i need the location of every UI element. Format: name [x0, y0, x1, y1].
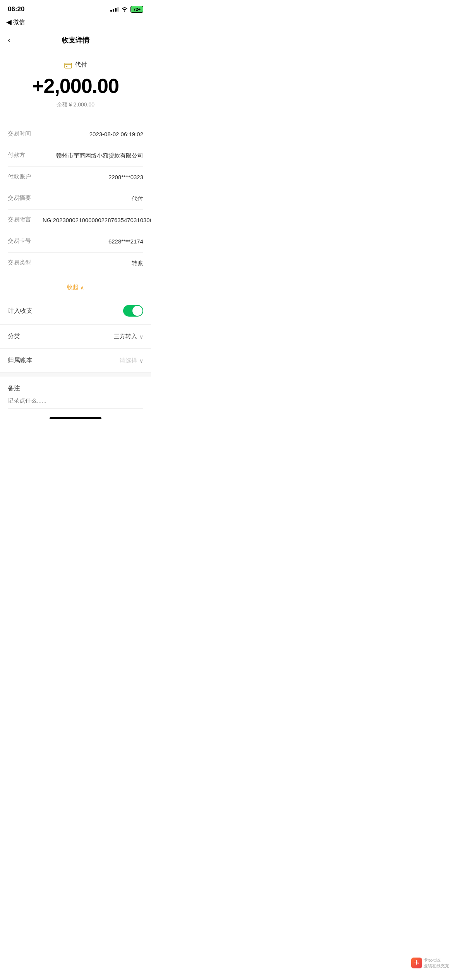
detail-value-payer: 赣州市宇商网络小额贷款有限公司	[39, 151, 143, 160]
collapse-arrow-icon: ∧	[80, 284, 84, 291]
page-title: 收支详情	[62, 36, 89, 45]
include-income-row: 计入收支	[0, 297, 151, 325]
detail-row-note: 交易附言 NG|20230802100000022876354703103060	[0, 210, 151, 231]
transaction-type-label: 代付	[75, 61, 87, 69]
collapse-button[interactable]: 收起 ∧	[0, 278, 151, 297]
account-row[interactable]: 归属账本 请选择 ∨	[0, 349, 151, 373]
transaction-type: 代付	[64, 60, 87, 70]
details-section: 交易时间 2023-08-02 06:19:02 付款方 赣州市宇商网络小额贷款…	[0, 120, 151, 278]
amount-value: +2,000.00	[32, 74, 119, 98]
signal-icon	[110, 7, 119, 12]
home-bar	[50, 417, 101, 419]
wechat-back-button[interactable]: ◀ 微信	[6, 18, 25, 26]
notes-section: 备注	[0, 377, 151, 413]
page-header: ‹ 收支详情	[0, 29, 151, 53]
include-income-label: 计入收支	[8, 307, 33, 315]
notes-label: 备注	[8, 384, 143, 392]
notes-input[interactable]	[8, 397, 143, 409]
battery-icon: 72+	[130, 6, 143, 13]
detail-label-time: 交易时间	[8, 130, 39, 137]
detail-row-card: 交易卡号 6228****2174	[0, 231, 151, 252]
detail-value-card: 6228****2174	[39, 237, 143, 246]
svg-rect-0	[65, 63, 72, 68]
detail-label-card: 交易卡号	[8, 237, 39, 245]
include-income-toggle[interactable]	[123, 305, 143, 317]
status-icons: 72+	[110, 6, 143, 13]
home-indicator	[0, 413, 151, 422]
collapse-label: 收起	[67, 284, 79, 291]
account-chevron-icon: ∨	[139, 358, 143, 364]
detail-label-account: 付款账户	[8, 173, 39, 180]
detail-row-time: 交易时间 2023-08-02 06:19:02	[0, 124, 151, 145]
category-value: 三方转入	[114, 333, 137, 340]
wifi-icon	[121, 6, 128, 13]
detail-row-payer: 付款方 赣州市宇商网络小额贷款有限公司	[0, 145, 151, 166]
status-time: 06:20	[8, 5, 24, 13]
balance-text: 余额 ¥ 2,000.00	[57, 101, 94, 108]
detail-label-payer: 付款方	[8, 151, 39, 159]
detail-label-type: 交易类型	[8, 259, 39, 266]
detail-value-account: 2208****0323	[39, 173, 143, 182]
amount-section: 代付 +2,000.00 余额 ¥ 2,000.00	[0, 53, 151, 120]
detail-value-time: 2023-08-02 06:19:02	[39, 130, 143, 139]
detail-row-type: 交易类型 转账	[0, 253, 151, 274]
svg-rect-1	[66, 66, 67, 67]
back-arrow-icon: ◀	[6, 18, 12, 26]
transaction-type-icon	[64, 60, 72, 70]
toggle-knob	[132, 306, 142, 316]
category-value-wrap: 三方转入 ∨	[114, 333, 143, 340]
detail-label-summary: 交易摘要	[8, 194, 39, 202]
detail-value-summary: 代付	[39, 194, 143, 203]
account-placeholder: 请选择	[120, 357, 137, 364]
category-row[interactable]: 分类 三方转入 ∨	[0, 325, 151, 349]
detail-value-note: NG|20230802100000022876354703103060	[39, 216, 151, 225]
detail-row-account: 付款账户 2208****0323	[0, 167, 151, 188]
detail-row-summary: 交易摘要 代付	[0, 188, 151, 209]
category-chevron-icon: ∨	[139, 334, 143, 340]
account-label: 归属账本	[8, 356, 33, 365]
bottom-section: 计入收支 分类 三方转入 ∨ 归属账本 请选择 ∨ 备注	[0, 297, 151, 413]
back-button[interactable]: ‹	[8, 35, 10, 45]
wechat-back-label: 微信	[13, 19, 25, 26]
wechat-nav: ◀ 微信	[0, 16, 151, 29]
detail-value-type: 转账	[39, 259, 143, 268]
account-value-wrap: 请选择 ∨	[120, 357, 143, 364]
detail-label-note: 交易附言	[8, 216, 39, 223]
status-bar: 06:20 72+	[0, 0, 151, 16]
category-label: 分类	[8, 332, 20, 341]
